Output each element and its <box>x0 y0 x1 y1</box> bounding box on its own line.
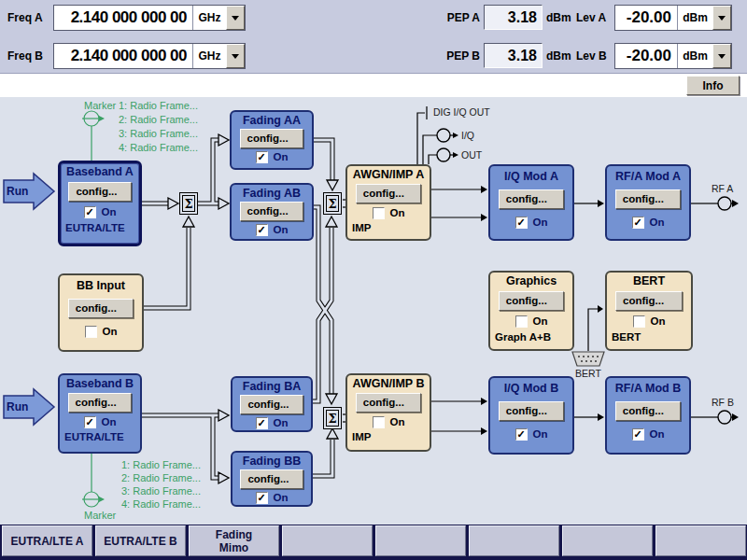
softkey-eutra-lte-b[interactable]: EUTRA/LTE B <box>95 525 186 556</box>
on-checkbox[interactable]: ✓ <box>84 206 96 218</box>
config-button[interactable]: config... <box>356 393 421 413</box>
run-indicator-b: Run <box>7 400 28 413</box>
block-title: I/Q Mod A <box>504 170 558 183</box>
block-bb-input[interactable]: BB Input config... On <box>58 273 144 352</box>
block-title: BERT <box>633 274 665 287</box>
block-title: RF/A Mod A <box>615 170 681 183</box>
on-checkbox[interactable] <box>373 207 385 219</box>
block-title: AWGN/IMP A <box>353 168 424 181</box>
on-checkbox[interactable]: ✓ <box>256 492 268 504</box>
sum-node-stream-a: Σ <box>323 192 342 215</box>
block-iq-mod-b[interactable]: I/Q Mod B config... ✓On <box>488 376 574 455</box>
marker-b-line-3: 3: Radio Frame... <box>121 485 201 497</box>
block-title: Fading BA <box>243 380 302 393</box>
run-indicator-a: Run <box>7 185 28 198</box>
on-label: On <box>103 326 118 337</box>
on-label: On <box>274 224 289 235</box>
block-sublabel: IMP <box>352 222 371 233</box>
on-label: On <box>533 315 548 327</box>
block-fading-aa[interactable]: Fading AA config... ✓On <box>230 110 314 170</box>
block-title: Fading AA <box>243 114 301 127</box>
block-awgn-imp-b[interactable]: AWGN/IMP B config... On IMP <box>345 373 431 452</box>
on-label: On <box>651 315 666 327</box>
marker-a-line-3: 3: Radio Frame... <box>119 128 198 139</box>
config-button[interactable]: config... <box>356 184 421 203</box>
block-title: I/Q Mod B <box>504 382 558 395</box>
on-label: On <box>650 217 665 228</box>
on-checkbox[interactable]: ✓ <box>256 224 268 236</box>
block-fading-ba[interactable]: Fading BA config... ✓On <box>231 376 313 432</box>
softkey-eutra-lte-a[interactable]: EUTRA/LTE A <box>2 525 92 556</box>
config-button[interactable]: config... <box>615 291 683 311</box>
block-fading-ab[interactable]: Fading AB config... ✓On <box>230 183 314 241</box>
config-button[interactable]: config... <box>68 393 133 413</box>
on-checkbox[interactable]: ✓ <box>632 428 644 441</box>
on-checkbox[interactable] <box>373 416 385 428</box>
block-baseband-b[interactable]: Baseband B config... ✓On EUTRA/LTE <box>58 373 142 454</box>
block-title: Baseband B <box>66 377 134 390</box>
config-button[interactable]: config... <box>240 395 303 414</box>
on-checkbox[interactable]: ✓ <box>256 151 268 163</box>
on-label: On <box>102 416 117 427</box>
on-checkbox[interactable]: ✓ <box>632 217 644 229</box>
config-button[interactable]: config... <box>240 129 304 148</box>
config-button[interactable]: config... <box>615 189 681 209</box>
block-sublabel: BERT <box>612 331 641 343</box>
on-checkbox[interactable]: ✓ <box>84 416 96 428</box>
on-label: On <box>102 206 117 217</box>
config-button[interactable]: config... <box>499 189 564 209</box>
on-label: On <box>390 207 405 218</box>
marker-b-label: Marker <box>84 510 116 521</box>
on-checkbox[interactable] <box>633 315 645 328</box>
on-checkbox[interactable]: ✓ <box>515 428 528 441</box>
on-label: On <box>274 492 289 503</box>
block-iq-mod-a[interactable]: I/Q Mod A config... ✓On <box>488 164 574 241</box>
rf-b-connector-label: RF B <box>712 397 734 408</box>
softkey-fading-mimo[interactable]: Fading Mimo <box>189 525 279 556</box>
iq-connector-label: I/Q <box>461 130 474 141</box>
marker-a-line-2: 2: Radio Frame... <box>119 114 198 125</box>
on-checkbox[interactable]: ✓ <box>256 417 268 429</box>
config-button[interactable]: config... <box>68 299 134 318</box>
block-fading-bb[interactable]: Fading BB config... ✓On <box>231 451 313 507</box>
on-checkbox[interactable] <box>515 315 528 328</box>
marker-b-line-2: 2: Radio Frame... <box>121 472 201 483</box>
on-checkbox[interactable] <box>85 326 97 338</box>
block-awgn-imp-a[interactable]: AWGN/IMP A config... On IMP <box>345 164 431 241</box>
block-graphics[interactable]: Graphics config... On Graph A+B <box>488 271 574 351</box>
bert-connector-label: BERT <box>575 368 601 379</box>
config-button[interactable]: config... <box>615 401 681 421</box>
softkey-7[interactable] <box>562 525 653 556</box>
on-label: On <box>274 417 289 428</box>
block-title: Fading BB <box>243 455 302 468</box>
softkey-4[interactable] <box>282 525 373 556</box>
softkey-5[interactable] <box>375 525 466 556</box>
on-label: On <box>533 217 548 228</box>
softkey-6[interactable] <box>469 525 559 556</box>
block-bert[interactable]: BERT config... On BERT <box>605 271 693 351</box>
config-button[interactable]: config... <box>499 401 564 421</box>
marker-a-line-4: 4: Radio Frame... <box>119 142 198 153</box>
config-button[interactable]: config... <box>499 291 564 311</box>
config-button[interactable]: config... <box>240 202 304 221</box>
marker-a-label: Marker <box>84 100 116 111</box>
block-rf-mod-a[interactable]: RF/A Mod A config... ✓On <box>605 164 691 241</box>
on-checkbox[interactable]: ✓ <box>515 217 528 229</box>
block-sublabel: IMP <box>352 431 371 442</box>
softkey-8[interactable] <box>655 525 746 556</box>
block-title: Graphics <box>506 274 557 287</box>
block-baseband-a[interactable]: Baseband A config... ✓On EUTRA/LTE <box>58 161 142 246</box>
marker-b-line-4: 4: Radio Frame... <box>121 498 201 510</box>
block-title: AWGN/IMP B <box>353 377 425 390</box>
marker-b-line-1: 1: Radio Frame... <box>121 459 201 470</box>
sum-node-stream-b: Σ <box>323 407 342 429</box>
block-rf-mod-b[interactable]: RF/A Mod B config... ✓On <box>605 376 691 455</box>
dig-iq-out-label: DIG I/Q OUT <box>433 106 490 118</box>
config-button[interactable]: config... <box>68 182 131 202</box>
block-title: RF/A Mod B <box>615 382 681 395</box>
config-button[interactable]: config... <box>240 469 303 489</box>
block-title: Baseband A <box>66 165 134 178</box>
on-label: On <box>274 151 289 162</box>
sum-node-a-input: Σ <box>179 192 198 215</box>
marker-a-line-1: 1: Radio Frame... <box>119 100 198 111</box>
